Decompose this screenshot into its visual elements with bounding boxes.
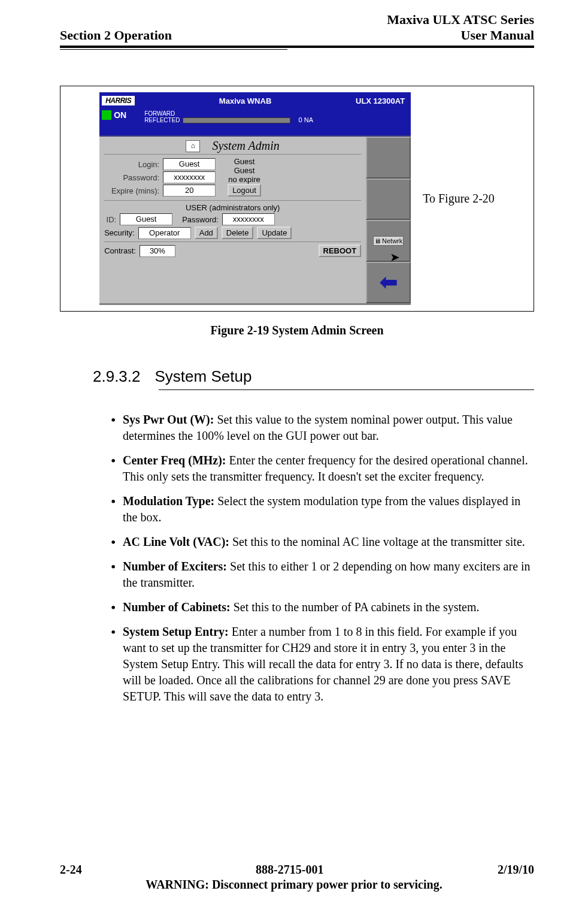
footer-phone: 888-2715-001 bbox=[256, 863, 323, 877]
list-item: AC Line Volt (VAC): Set this to the nomi… bbox=[111, 534, 534, 550]
update-button[interactable]: Update bbox=[257, 226, 292, 239]
guest-text-2: Guest bbox=[228, 166, 261, 175]
contrast-field[interactable]: 30% bbox=[140, 245, 175, 257]
list-item: Modulation Type: Select the system modul… bbox=[111, 493, 534, 526]
reboot-button[interactable]: REBOOT bbox=[319, 244, 362, 257]
bullet-bold: System Setup Entry: bbox=[123, 625, 229, 638]
user-header: USER (administrators only) bbox=[104, 203, 361, 212]
bullet-bold: Center Freq (MHz): bbox=[123, 454, 226, 467]
pw2-field[interactable]: xxxxxxxx bbox=[222, 213, 275, 225]
login-field[interactable]: Guest bbox=[163, 158, 216, 170]
figure-caption: Figure 2-19 System Admin Screen bbox=[60, 324, 534, 337]
password-label: Password: bbox=[104, 173, 159, 182]
side-button-2[interactable] bbox=[366, 179, 411, 221]
panel-title: System Admin bbox=[212, 139, 279, 153]
on-indicator-icon bbox=[102, 110, 111, 120]
expire-field[interactable]: 20 bbox=[163, 185, 216, 197]
network-label: Netwrk bbox=[382, 237, 402, 244]
login-label: Login: bbox=[104, 160, 159, 169]
bullet-bold: Number of Cabinets: bbox=[123, 600, 231, 614]
back-arrow-icon: ⬅ bbox=[380, 270, 398, 295]
cursor-icon: ➤ bbox=[390, 250, 400, 264]
network-icon: 🖥 bbox=[374, 237, 381, 244]
delete-button[interactable]: Delete bbox=[222, 226, 254, 239]
title-mid: Maxiva WNAB bbox=[135, 96, 356, 105]
list-item: Number of Cabinets: Set this to the numb… bbox=[111, 599, 534, 615]
footer-warning: WARNING: Disconnect primary power prior … bbox=[0, 878, 588, 892]
to-figure-label: To Figure 2-20 bbox=[423, 192, 495, 206]
security-label: Security: bbox=[104, 228, 135, 237]
noexpire-text: no expire bbox=[228, 175, 261, 184]
list-item: System Setup Entry: Enter a number from … bbox=[111, 624, 534, 705]
reflected-label: REFLECTED bbox=[144, 117, 180, 123]
section-label: Section 2 Operation bbox=[60, 28, 172, 43]
title-bar: HARRIS Maxiva WNAB ULX 12300AT bbox=[99, 92, 411, 109]
security-field[interactable]: Operator bbox=[138, 227, 191, 239]
list-item: Center Freq (MHz): Enter the center freq… bbox=[111, 452, 534, 485]
expire-label: Expire (mins): bbox=[104, 186, 159, 195]
status-bar: ON FORWARD REFLECTED0 NA bbox=[99, 109, 411, 137]
harris-logo: HARRIS bbox=[102, 96, 135, 105]
side-button-1[interactable] bbox=[366, 137, 411, 179]
subsection-title: System Setup bbox=[155, 367, 252, 386]
guest-text-1: Guest bbox=[228, 157, 261, 166]
manual-label: User Manual bbox=[387, 28, 534, 43]
series-label: Maxiva ULX ATSC Series bbox=[387, 12, 534, 28]
subsection-heading: 2.9.3.2 System Setup bbox=[93, 367, 534, 386]
figure-box: HARRIS Maxiva WNAB ULX 12300AT ON FORWAR… bbox=[60, 86, 534, 312]
title-right: ULX 12300AT bbox=[356, 96, 408, 105]
on-label: ON bbox=[114, 110, 126, 120]
admin-panel: ⌂ System Admin Login:Guest Password:xxxx… bbox=[99, 137, 366, 303]
contrast-label: Contrast: bbox=[104, 246, 136, 255]
bullet-text: Set this to the number of PA cabinets in… bbox=[231, 600, 480, 614]
home-icon[interactable]: ⌂ bbox=[186, 140, 200, 152]
bullet-text: Set this to the nominal AC line voltage … bbox=[229, 535, 525, 548]
footer-page: 2-24 bbox=[60, 863, 82, 877]
footer-date: 2/19/10 bbox=[498, 863, 534, 877]
subsection-rule bbox=[159, 389, 534, 390]
side-button-back[interactable]: ⬅ bbox=[366, 262, 411, 304]
pw2-label: Password: bbox=[182, 215, 219, 224]
system-admin-screenshot: HARRIS Maxiva WNAB ULX 12300AT ON FORWAR… bbox=[99, 92, 411, 305]
page-footer: 2-24 888-2715-001 2/19/10 WARNING: Disco… bbox=[0, 863, 588, 892]
list-item: Number of Exciters: Set this to either 1… bbox=[111, 558, 534, 591]
logout-button[interactable]: Logout bbox=[228, 184, 261, 197]
bullet-bold: Modulation Type: bbox=[123, 494, 214, 508]
bullet-bold: AC Line Volt (VAC): bbox=[123, 535, 229, 548]
bullet-bold: Sys Pwr Out (W): bbox=[123, 413, 214, 426]
add-button[interactable]: Add bbox=[195, 226, 218, 239]
ona-label: 0 NA bbox=[299, 117, 313, 123]
reflected-bar bbox=[183, 117, 290, 123]
id-field[interactable]: Guest bbox=[120, 213, 172, 225]
forward-label: FORWARD bbox=[144, 110, 175, 117]
bullet-list: Sys Pwr Out (W): Set this value to the s… bbox=[111, 412, 534, 705]
bullet-bold: Number of Exciters: bbox=[123, 560, 227, 573]
subsection-number: 2.9.3.2 bbox=[93, 367, 141, 386]
header-rule bbox=[60, 49, 287, 50]
list-item: Sys Pwr Out (W): Set this value to the s… bbox=[111, 412, 534, 444]
side-button-network[interactable]: 🖥Netwrk bbox=[366, 220, 411, 262]
password-field[interactable]: xxxxxxxx bbox=[163, 171, 216, 183]
side-buttons: 🖥Netwrk ⬅ bbox=[366, 137, 411, 303]
id-label: ID: bbox=[104, 215, 116, 224]
page-header: Section 2 Operation Maxiva ULX ATSC Seri… bbox=[60, 12, 534, 48]
